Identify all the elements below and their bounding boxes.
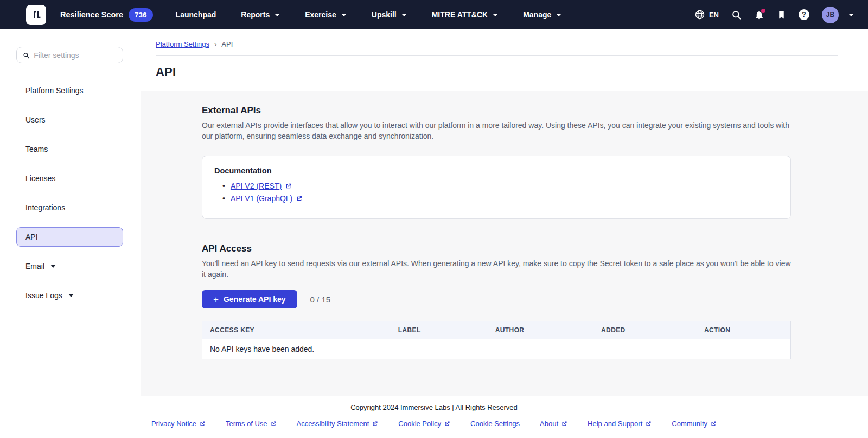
primary-nav: Launchpad Reports Exercise Upskill MITRE… <box>176 10 562 19</box>
notifications-button[interactable] <box>754 10 764 20</box>
sidebar-item-users[interactable]: Users <box>16 110 123 130</box>
immersive-labs-logo[interactable] <box>26 5 46 25</box>
resilience-score[interactable]: Resilience Score 736 <box>60 8 153 22</box>
user-menu[interactable]: JB <box>822 7 854 23</box>
external-apis-heading: External APIs <box>202 105 791 116</box>
chevron-down-icon <box>341 14 347 16</box>
nav-item-reports[interactable]: Reports <box>241 10 280 19</box>
community-link[interactable]: Community <box>672 420 717 428</box>
api-v1-graphql-link[interactable]: API V1 (GraphQL) <box>231 194 303 203</box>
api-access-description: You'll need an API key to send requests … <box>202 259 791 280</box>
api-key-actions-row: + Generate API key 0 / 15 <box>202 290 791 308</box>
help-and-support-link[interactable]: Help and Support <box>588 420 652 428</box>
breadcrumb-current: API <box>221 40 233 48</box>
nav-item-exercise[interactable]: Exercise <box>305 10 347 19</box>
api-access-heading: API Access <box>202 243 791 254</box>
column-header-action: ACTION <box>697 321 791 339</box>
sidebar-item-teams[interactable]: Teams <box>16 139 123 159</box>
sidebar-item-licenses[interactable]: Licenses <box>16 169 123 188</box>
app-shell: Resilience Score 736 Launchpad Reports E… <box>0 0 868 438</box>
external-link-icon <box>645 421 652 427</box>
sidebar-item-platform-settings[interactable]: Platform Settings <box>16 81 123 100</box>
api-access-section: API Access You'll need an API key to sen… <box>202 243 791 359</box>
bullet-icon: • <box>222 194 225 203</box>
language-code: EN <box>709 11 719 19</box>
copyright-text: Copyright 2024 Immersive Labs | All Righ… <box>0 403 868 411</box>
sidebar-item-integrations[interactable]: Integrations <box>16 198 123 217</box>
help-icon: ? <box>799 9 809 20</box>
table-row: No API keys have been added. <box>202 339 791 359</box>
page-footer: Copyright 2024 Immersive Labs | All Righ… <box>0 396 868 438</box>
footer-links: Privacy Notice Terms of Use Accessibilit… <box>0 420 868 428</box>
privacy-notice-link[interactable]: Privacy Notice <box>151 420 206 428</box>
globe-icon <box>694 9 705 20</box>
documentation-links: • API V2 (REST) • <box>214 182 778 203</box>
resilience-score-badge: 736 <box>129 8 153 22</box>
bullet-icon: • <box>222 182 225 190</box>
breadcrumb-separator: › <box>214 40 216 48</box>
breadcrumb: Platform Settings › API <box>156 40 838 48</box>
language-selector[interactable]: EN <box>694 9 719 20</box>
settings-sidebar: Platform Settings Users Teams Licenses I… <box>0 29 141 396</box>
api-v2-rest-link[interactable]: API V2 (REST) <box>231 182 292 190</box>
generate-api-key-button[interactable]: + Generate API key <box>202 290 297 308</box>
search-icon <box>23 51 29 59</box>
logo-glyph-icon <box>30 9 42 21</box>
accessibility-statement-link[interactable]: Accessibility Statement <box>297 420 379 428</box>
external-link-icon <box>444 421 450 427</box>
chevron-down-icon <box>493 14 498 16</box>
external-link-icon <box>561 421 567 427</box>
sidebar-item-issue-logs[interactable]: Issue Logs <box>16 286 123 305</box>
sidebar-item-email[interactable]: Email <box>16 256 123 276</box>
about-link[interactable]: About <box>540 420 567 428</box>
header-divider <box>156 55 838 56</box>
search-icon <box>731 10 742 20</box>
api-key-count: 0 / 15 <box>310 295 331 304</box>
column-header-label: LABEL <box>391 321 488 339</box>
external-link-icon <box>199 421 206 427</box>
column-header-access-key: ACCESS KEY <box>202 321 391 339</box>
external-link-icon <box>285 183 292 190</box>
main-content: Platform Settings › API API External API… <box>141 29 868 396</box>
chevron-down-icon <box>275 14 280 16</box>
settings-nav-list: Platform Settings Users Teams Licenses I… <box>0 81 141 305</box>
nav-item-launchpad[interactable]: Launchpad <box>176 10 216 19</box>
chevron-down-icon <box>556 14 561 16</box>
sidebar-item-api[interactable]: API <box>16 227 123 247</box>
filter-settings-box <box>16 47 123 63</box>
column-header-added: ADDED <box>593 321 697 339</box>
external-apis-description: Our external APIs provide interfaces tha… <box>202 120 791 141</box>
documentation-heading: Documentation <box>214 166 778 175</box>
external-link-icon <box>710 421 717 427</box>
external-link-icon <box>270 421 277 427</box>
avatar: JB <box>822 7 839 23</box>
bookmarks-button[interactable] <box>777 10 786 20</box>
notification-dot <box>761 9 765 13</box>
nav-item-upskill[interactable]: Upskill <box>372 10 407 19</box>
chevron-down-icon <box>848 14 854 16</box>
external-link-icon <box>372 421 378 427</box>
terms-of-use-link[interactable]: Terms of Use <box>226 420 277 428</box>
api-keys-table-header: ACCESS KEY LABEL AUTHOR ADDED ACTION <box>202 321 791 339</box>
nav-item-manage[interactable]: Manage <box>523 10 561 19</box>
resilience-score-label: Resilience Score <box>60 10 123 19</box>
cookie-policy-link[interactable]: Cookie Policy <box>398 420 450 428</box>
chevron-down-icon <box>401 14 407 16</box>
page-header: Platform Settings › API API <box>141 29 868 91</box>
content-panel: External APIs Our external APIs provide … <box>141 91 868 396</box>
list-item: • API V1 (GraphQL) <box>222 194 778 203</box>
empty-table-message: No API keys have been added. <box>202 339 791 359</box>
breadcrumb-platform-settings-link[interactable]: Platform Settings <box>156 40 209 48</box>
nav-item-mitre-attack[interactable]: MITRE ATT&CK <box>432 10 498 19</box>
external-link-icon <box>296 195 303 202</box>
chevron-down-icon <box>50 265 56 268</box>
filter-settings-input[interactable] <box>34 51 117 60</box>
cookie-settings-link[interactable]: Cookie Settings <box>470 420 520 428</box>
help-button[interactable]: ? <box>799 9 809 20</box>
navbar-actions: EN ? JB <box>694 7 854 23</box>
middle-region: Platform Settings Users Teams Licenses I… <box>0 29 868 396</box>
search-button[interactable] <box>731 10 742 20</box>
column-header-author: AUTHOR <box>488 321 593 339</box>
documentation-card: Documentation • API V2 (REST) <box>202 156 791 219</box>
plus-icon: + <box>213 295 219 304</box>
